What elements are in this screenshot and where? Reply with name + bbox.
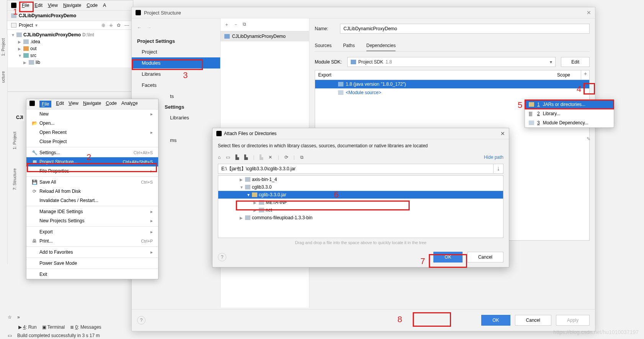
ok-button[interactable]: OK xyxy=(481,315,510,326)
menu-analyze[interactable]: Analyze xyxy=(121,101,138,108)
file-menu-item[interactable]: 🖶Print...Ctrl+P xyxy=(26,236,158,246)
chevron-right-icon[interactable]: ▶ xyxy=(23,60,27,65)
tree-out[interactable]: ▶out xyxy=(7,45,133,52)
back-icon[interactable]: ← xyxy=(137,25,142,30)
dep-sdk-row[interactable]: 1.8 (java version "1.8.0_172") xyxy=(315,80,589,88)
tree-idea[interactable]: ▶.idea xyxy=(7,38,133,45)
file-menu-item[interactable]: ⟳Reload All from Disk xyxy=(26,187,158,196)
tree-cglib-dir[interactable]: ▼cglib3.3.0 xyxy=(218,183,503,191)
chevron-right-icon[interactable]: ▶ xyxy=(240,216,244,220)
menu-navigate[interactable]: Navigate xyxy=(83,101,101,108)
module-icon[interactable]: ▙ xyxy=(244,155,248,160)
delete-icon[interactable]: ✕ xyxy=(268,155,272,160)
file-menu-item[interactable]: Export▸ xyxy=(26,227,158,236)
home-icon[interactable]: ⌂ xyxy=(218,155,221,160)
help-icon[interactable]: ? xyxy=(218,253,226,261)
terminal-tab[interactable]: ▣ Terminal xyxy=(42,324,65,330)
ps-module-item[interactable]: CJLibDynamicProxyDemo xyxy=(221,31,309,41)
menu-view[interactable]: View xyxy=(69,101,78,108)
desktop-icon[interactable]: ▭ xyxy=(226,155,230,160)
menu-code[interactable]: Code xyxy=(87,3,98,8)
menu-library[interactable]: ||| 2 Library... xyxy=(525,109,614,118)
pencil-icon[interactable]: ✎ xyxy=(587,136,642,142)
show-hidden-icon[interactable]: ⧉ xyxy=(300,155,304,160)
remove-icon[interactable]: － xyxy=(234,21,238,28)
menu-edit[interactable]: Edit xyxy=(56,101,64,108)
name-input[interactable] xyxy=(340,24,590,34)
tab-sources[interactable]: Sources xyxy=(315,41,332,51)
file-menu-item[interactable]: New Projects Settings▸ xyxy=(26,216,158,225)
file-menu-item[interactable]: 💾Save AllCtrl+S xyxy=(26,178,158,187)
menu-view[interactable]: View xyxy=(48,3,58,8)
edit-button[interactable]: Edit xyxy=(561,57,590,67)
menu-edit[interactable]: Edit xyxy=(34,3,42,8)
add-dependency-button[interactable]: ＋ xyxy=(581,70,589,80)
tab-paths[interactable]: Paths xyxy=(343,41,355,51)
chevron-down-icon[interactable]: ▼ xyxy=(18,54,22,58)
tree-lib[interactable]: ▶lib xyxy=(7,59,133,66)
ps-item-libraries[interactable]: Libraries xyxy=(132,68,220,80)
locate-icon[interactable]: ⊕ xyxy=(101,23,105,28)
forward-icon[interactable]: → xyxy=(147,25,151,30)
tree-cglib-jar[interactable]: ▼cglib-3.3.0.jar xyxy=(218,191,503,199)
chevron-right-icon[interactable]: ▶ xyxy=(18,47,22,51)
tree-commons[interactable]: ▶commons-fileupload-1.3.3-bin xyxy=(218,214,503,222)
new-folder-icon[interactable]: ▙ xyxy=(260,155,263,160)
sidebar-tab-project[interactable]: 1: Project xyxy=(0,34,6,60)
file-menu-item[interactable]: Invalidate Caches / Restart... xyxy=(26,196,158,205)
close-icon[interactable]: ✕ xyxy=(500,130,505,137)
sidebar-tab-structure[interactable]: 7: Structure xyxy=(11,165,18,194)
project-panel-header[interactable]: Project ▾ ⊕ ≑ ✿ — xyxy=(7,21,133,30)
refresh-icon[interactable]: ⟳ xyxy=(284,155,288,160)
file-menu-item[interactable]: Close Project xyxy=(26,137,158,146)
add-icon[interactable]: ＋ xyxy=(224,21,229,28)
tree-src[interactable]: ▼src xyxy=(7,52,133,59)
file-menu-item[interactable]: New▸ xyxy=(26,109,158,119)
file-menu-popup: File Edit View Navigate Code Analyze New… xyxy=(26,99,159,279)
menu-more[interactable]: A xyxy=(103,3,106,8)
chevron-down-icon[interactable]: ▼ xyxy=(11,33,15,37)
chevron-right-icon[interactable]: ▶ xyxy=(18,40,22,44)
file-menu-item[interactable]: Add to Favorites▸ xyxy=(26,248,158,257)
copy-icon[interactable]: ⧉ xyxy=(243,21,246,28)
star-icon[interactable]: ☆ xyxy=(8,315,12,320)
file-menu-item[interactable]: Open Recent▸ xyxy=(26,128,158,137)
ps-item-facets[interactable]: Facets xyxy=(132,80,220,91)
menu-module-dep[interactable]: 3 Module Dependency... xyxy=(525,118,614,127)
file-menu-item[interactable]: 📂Open... xyxy=(26,119,158,128)
dep-module-source-row[interactable]: <Module source> xyxy=(315,88,589,97)
chevron-down-icon[interactable]: ▼ xyxy=(247,193,250,197)
file-menu-item[interactable]: Exit xyxy=(26,270,158,279)
apply-button[interactable]: Apply xyxy=(556,315,590,326)
run-tab[interactable]: ▶ 4: Run xyxy=(18,324,37,330)
more-icon[interactable]: » xyxy=(17,315,20,320)
chevron-down-icon[interactable]: ▼ xyxy=(240,185,244,189)
sidebar-tab-project[interactable]: 1: Project xyxy=(11,128,18,153)
menu-code[interactable]: Code xyxy=(106,101,117,108)
project-icon[interactable]: ▙ xyxy=(235,155,239,160)
path-input[interactable] xyxy=(218,164,494,174)
tree-root[interactable]: ▼ CJLibDynamicProxyDemo D:\Int xyxy=(7,31,133,38)
collapse-icon[interactable]: — xyxy=(124,23,129,28)
file-menu-item[interactable]: 🔧Settings...Ctrl+Alt+S xyxy=(26,148,158,157)
cancel-button[interactable]: Cancel xyxy=(515,315,551,326)
tree-axis[interactable]: ▶axis-bin-1_4 xyxy=(218,176,503,183)
export-header: Export xyxy=(315,70,554,80)
expand-icon[interactable]: ≑ xyxy=(109,23,113,28)
messages-tab[interactable]: ≣ 0: Messages xyxy=(70,324,101,330)
menu-navigate[interactable]: Navigate xyxy=(63,3,81,8)
sidebar-tab-structure[interactable]: ucture xyxy=(0,67,6,87)
sdk-select[interactable]: Project SDK 1.8 ▾ xyxy=(347,57,556,67)
chevron-right-icon[interactable]: ▶ xyxy=(240,178,244,182)
gear-icon[interactable]: ✿ xyxy=(117,23,121,28)
hide-path-link[interactable]: Hide path xyxy=(484,155,503,160)
help-icon[interactable]: ? xyxy=(137,316,145,324)
cancel-button[interactable]: Cancel xyxy=(467,252,503,262)
close-icon[interactable]: ✕ xyxy=(587,10,591,16)
ps-item-project[interactable]: Project xyxy=(132,46,220,57)
history-icon[interactable]: ⭳ xyxy=(494,164,503,174)
file-menu-item[interactable]: Power Save Mode xyxy=(26,259,158,268)
file-menu-item[interactable]: Manage IDE Settings▸ xyxy=(26,207,158,216)
menu-file[interactable]: File xyxy=(39,101,51,108)
tab-dependencies[interactable]: Dependencies xyxy=(366,41,396,51)
